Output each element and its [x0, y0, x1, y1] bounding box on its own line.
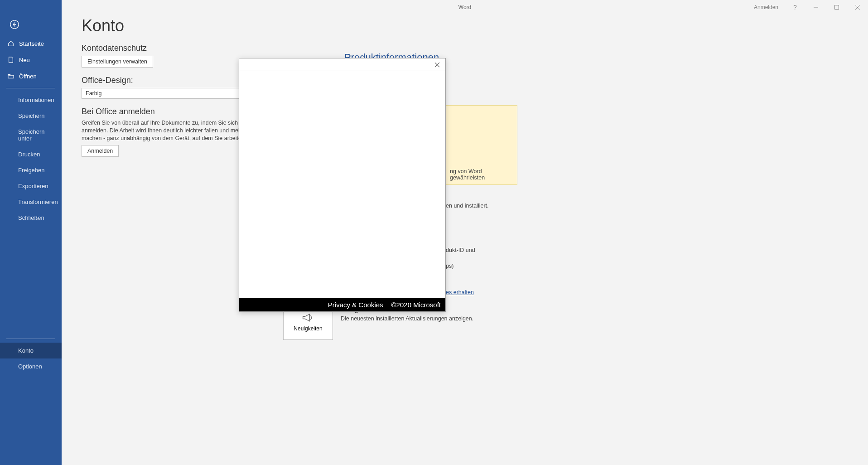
sidebar-item-exportieren[interactable]: Exportieren — [0, 178, 62, 194]
sidebar-separator — [6, 88, 55, 88]
sidebar-item-transformieren[interactable]: Transformieren — [0, 194, 62, 210]
sidebar-item-konto[interactable]: Konto — [0, 343, 62, 358]
sidebar-item-label: Schließen — [18, 214, 44, 221]
back-arrow-icon — [10, 19, 19, 29]
theme-select[interactable]: Farbig — [82, 88, 262, 99]
sidebar-separator — [6, 339, 55, 339]
sidebar-item-freigeben[interactable]: Freigeben — [0, 162, 62, 178]
sidebar-item-label: Speichern unter — [18, 128, 54, 142]
sidebar-item-label: Optionen — [18, 363, 42, 370]
whats-new-label: Neuigkeiten — [294, 325, 322, 332]
sidebar-item-label: Exportieren — [18, 183, 48, 189]
sidebar-item-label: Transformieren — [18, 199, 58, 205]
text-fragment: dukt-ID und — [446, 247, 475, 253]
whats-new-desc: Die neuesten installierten Aktualisierun… — [341, 315, 473, 322]
sidebar-item-label: Öffnen — [19, 73, 37, 80]
theme-heading: Office-Design: — [82, 76, 848, 85]
warning-text-fragment: ng von Word gewährleisten — [450, 168, 513, 181]
dialog-header — [239, 58, 445, 71]
sidebar-item-label: Speichern — [18, 112, 45, 119]
link-fragment[interactable]: es erhalten — [446, 289, 474, 295]
sidebar-item-neu[interactable]: Neu — [0, 52, 62, 68]
privacy-cookies-link[interactable]: Privacy & Cookies — [328, 301, 383, 309]
sidebar-item-label: Drucken — [18, 151, 40, 158]
sidebar-item-schliessen[interactable]: Schließen — [0, 210, 62, 226]
sidebar-item-informationen[interactable]: Informationen — [0, 92, 62, 108]
text-fragment: ps) — [446, 263, 453, 269]
new-doc-icon — [7, 56, 14, 63]
sidebar-item-speichern-unter[interactable]: Speichern unter — [0, 124, 62, 146]
sidebar-item-label: Freigeben — [18, 167, 45, 174]
sidebar-item-speichern[interactable]: Speichern — [0, 108, 62, 124]
home-icon — [7, 40, 14, 47]
main-content: Konto Kontodatenschutz Einstellungen ver… — [62, 0, 868, 465]
page-title: Konto — [82, 16, 848, 35]
dialog-footer: Privacy & Cookies ©2020 Microsoft — [239, 298, 445, 311]
sidebar-item-oeffnen[interactable]: Öffnen — [0, 68, 62, 84]
sidebar-item-label: Konto — [18, 347, 34, 354]
dialog-body — [239, 71, 445, 298]
signin-button[interactable]: Anmelden — [82, 145, 119, 157]
text-fragment: en und installiert. — [446, 203, 489, 209]
signin-dialog: Privacy & Cookies ©2020 Microsoft — [239, 58, 446, 312]
close-icon — [434, 62, 440, 68]
sidebar-item-startseite[interactable]: Startseite — [0, 35, 62, 52]
sidebar-item-optionen[interactable]: Optionen — [0, 358, 62, 374]
copyright-text: ©2020 Microsoft — [391, 301, 441, 309]
sidebar-item-label: Informationen — [18, 97, 54, 103]
activation-warning-box: ng von Word gewährleisten — [446, 105, 517, 185]
backstage-sidebar: Startseite Neu Öffnen Informationen Spei… — [0, 0, 62, 465]
back-button[interactable] — [6, 16, 23, 33]
megaphone-icon — [302, 312, 314, 323]
sidebar-item-label: Startseite — [19, 40, 44, 47]
manage-privacy-button[interactable]: Einstellungen verwalten — [82, 56, 153, 68]
sidebar-item-label: Neu — [19, 57, 30, 63]
privacy-heading: Kontodatenschutz — [82, 44, 848, 53]
dialog-close-button[interactable] — [432, 59, 443, 70]
open-folder-icon — [7, 73, 14, 80]
sidebar-item-drucken[interactable]: Drucken — [0, 146, 62, 162]
